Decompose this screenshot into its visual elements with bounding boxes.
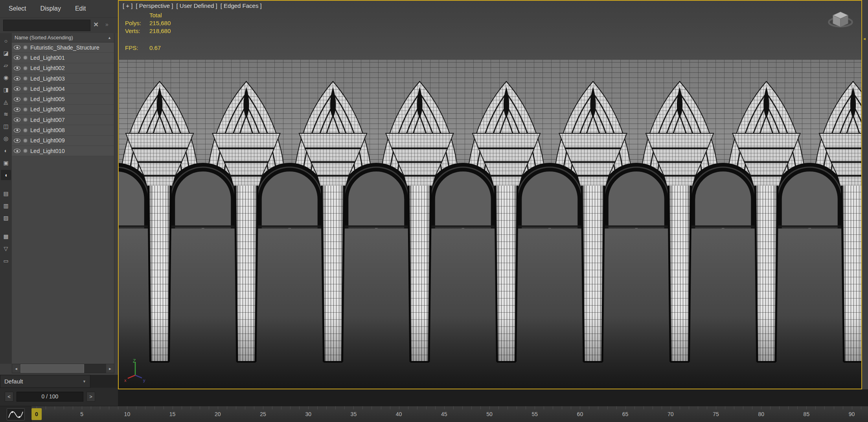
scroll-left-button[interactable]: ◂ (12, 364, 20, 373)
search-options-icon[interactable]: » (105, 21, 108, 28)
object-name: Led_Light009 (30, 137, 65, 144)
frame-previous-button[interactable]: < (5, 392, 13, 402)
viewport-label: [ + ][ Perspective ][ User Defined ][ Ed… (123, 2, 262, 9)
visibility-eye-icon[interactable] (14, 87, 20, 91)
display-groups-icon[interactable]: ◫ (1, 121, 11, 131)
visibility-eye-icon[interactable] (14, 55, 20, 60)
display-frozen-icon[interactable]: ▨ (1, 213, 11, 223)
display-bones-icon[interactable]: ◖ (1, 170, 11, 180)
frame-spinner-row: < 0 / 100 > (0, 388, 118, 406)
time-slider[interactable]: 0 (31, 408, 42, 420)
stats-polys-value: 215,680 (149, 20, 171, 26)
visibility-eye-icon[interactable] (14, 97, 20, 101)
search-input[interactable] (3, 20, 90, 31)
display-cameras-icon[interactable]: ◨ (1, 85, 11, 95)
frame-label: 30 (305, 406, 311, 422)
object-type-icon (23, 87, 28, 91)
object-type-icon (23, 45, 28, 50)
viewport-3d-scene[interactable] (119, 1, 861, 389)
object-type-icon (23, 76, 28, 81)
visibility-eye-icon[interactable] (14, 107, 20, 112)
object-type-icon (23, 55, 28, 60)
object-type-icon (23, 97, 28, 101)
frame-counter[interactable]: 0 / 100 (17, 392, 83, 402)
world-axis-icon: Z x y (123, 358, 149, 383)
scene-object-row[interactable]: Led_Light004 (12, 84, 114, 94)
frame-label: 65 (622, 406, 629, 422)
visibility-eye-icon[interactable] (14, 149, 20, 153)
visibility-eye-icon[interactable] (14, 118, 20, 122)
scene-object-row[interactable]: Futuristic_Shade_Structure (12, 42, 114, 53)
scroll-right-button[interactable]: ▸ (106, 364, 114, 373)
scene-object-row[interactable]: Led_Light008 (12, 125, 114, 135)
viewport-layout-divider[interactable] (862, 0, 868, 389)
timeline: 051015202530354045505560657075808590 (0, 406, 868, 422)
display-materials-icon[interactable]: ◐ (1, 146, 11, 156)
visibility-eye-icon[interactable] (14, 66, 20, 70)
visibility-eye-icon[interactable] (14, 45, 20, 50)
filter-selection-icon[interactable]: ▽ (1, 243, 11, 254)
frame-label: 90 (849, 406, 855, 422)
display-hidden-icon[interactable]: ▩ (1, 231, 11, 241)
display-geometry-icon[interactable]: ◪ (1, 48, 11, 58)
object-name: Led_Light005 (30, 96, 65, 102)
object-type-icon (23, 118, 28, 122)
object-name: Led_Light006 (30, 106, 65, 112)
search-clear-icon[interactable]: × (94, 20, 98, 29)
viewport-general-menu[interactable]: [ + ] (123, 2, 132, 9)
horizontal-scrollbar[interactable]: ◂ ▸ (12, 364, 114, 373)
mini-curve-editor-button[interactable] (7, 408, 25, 420)
viewcube-icon[interactable] (827, 6, 854, 34)
display-children-icon[interactable]: ▤ (1, 188, 11, 199)
name-column-header[interactable]: Name (Sorted Ascending) ▲ (12, 33, 114, 42)
scene-object-row[interactable]: Led_Light003 (12, 74, 114, 84)
scrollbar-track[interactable] (20, 364, 106, 373)
explorer-preset-dropdown[interactable]: Default ▼ (0, 375, 90, 388)
frame-label: 10 (124, 406, 131, 422)
display-lights-icon[interactable]: ◉ (1, 72, 11, 83)
explorer-search-row: × » (0, 18, 118, 33)
time-ruler[interactable]: 051015202530354045505560657075808590 (31, 406, 868, 422)
scene-object-row[interactable]: Led_Light001 (12, 53, 114, 63)
visibility-eye-icon[interactable] (14, 128, 20, 133)
viewport-shading-menu[interactable]: [ Edged Faces ] (221, 2, 262, 9)
scene-object-row[interactable]: Led_Light010 (12, 146, 114, 156)
menu-display[interactable]: Display (40, 5, 61, 12)
scene-object-row[interactable]: Led_Light005 (12, 94, 114, 104)
object-name: Led_Light001 (30, 55, 65, 61)
preset-value: Default (4, 378, 23, 385)
viewport-view-menu[interactable]: [ User Defined ] (176, 2, 217, 9)
display-influences-icon[interactable]: ▥ (1, 201, 11, 211)
display-all-icon[interactable]: ○ (1, 36, 11, 46)
3dsmax-window: SelectDisplayEdit × » ○◪▱◉◨◬≋◫◎◐▣◖▤▥▨▩▽▭… (0, 0, 868, 422)
object-type-icon (23, 138, 28, 143)
display-xrefs-icon[interactable]: ◎ (1, 133, 11, 144)
scrollbar-thumb[interactable] (20, 364, 84, 373)
display-helpers-icon[interactable]: ◬ (1, 97, 11, 107)
chevron-down-icon: ▼ (83, 380, 86, 383)
display-containers-icon[interactable]: ▣ (1, 158, 11, 168)
scene-object-row[interactable]: Led_Light002 (12, 63, 114, 74)
divider-arrow-icon[interactable]: ◂ (863, 36, 866, 41)
menu-edit[interactable]: Edit (75, 5, 86, 12)
pick-container-icon[interactable]: ▭ (1, 256, 11, 266)
frame-label: 70 (668, 406, 674, 422)
display-space-warps-icon[interactable]: ≋ (1, 109, 11, 119)
explorer-menubar: SelectDisplayEdit (0, 0, 118, 18)
viewport-pov-menu[interactable]: [ Perspective ] (136, 2, 173, 9)
scene-object-row[interactable]: Led_Light007 (12, 115, 114, 125)
frame-next-button[interactable]: > (86, 392, 95, 402)
frame-label: 40 (396, 406, 402, 422)
scene-object-row[interactable]: Led_Light009 (12, 136, 114, 146)
stats-polys-label: Polys: (125, 20, 149, 26)
menu-select[interactable]: Select (9, 5, 26, 12)
frame-label: 45 (441, 406, 447, 422)
viewport-statistics: Total Polys: 215,680 Verts: 218,680 FPS:… (125, 12, 171, 52)
visibility-eye-icon[interactable] (14, 138, 20, 143)
perspective-viewport[interactable]: [ + ][ Perspective ][ User Defined ][ Ed… (118, 0, 862, 389)
visibility-eye-icon[interactable] (14, 76, 20, 81)
stats-total-header: Total (149, 12, 162, 18)
display-shapes-icon[interactable]: ▱ (1, 60, 11, 70)
object-name: Led_Light008 (30, 127, 65, 133)
scene-object-row[interactable]: Led_Light006 (12, 105, 114, 115)
